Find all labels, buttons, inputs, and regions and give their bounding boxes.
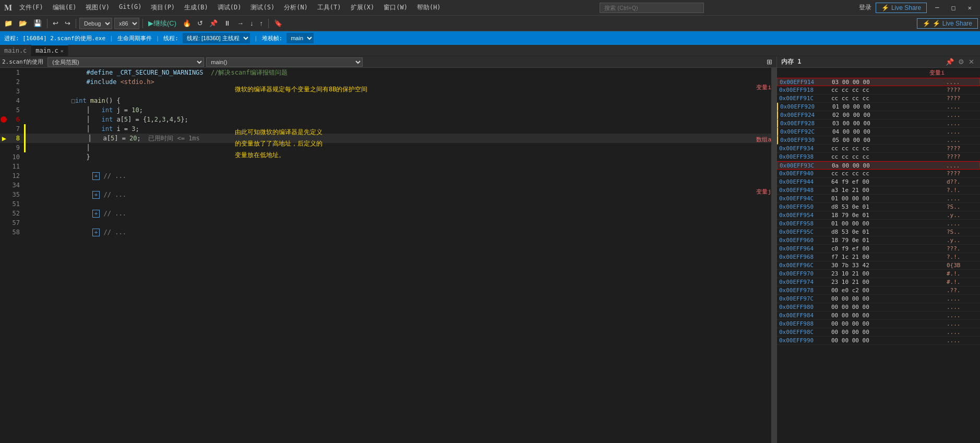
- memory-row-12: 0x00EFF944 64 f9 ef 00 d??.: [777, 178, 980, 186]
- tab-1-close[interactable]: ✕: [61, 48, 64, 54]
- ln-9: 9: [8, 144, 24, 151]
- memory-row-25: 0x00EFF978 00 e0 c2 00 .??.: [777, 286, 980, 295]
- gutter-7[interactable]: [0, 125, 8, 133]
- mem-bytes-17: 01 00 00 00: [831, 220, 947, 227]
- debug-config-dropdown[interactable]: Debug: [79, 18, 112, 29]
- menu-tools[interactable]: 工具(T): [313, 2, 345, 13]
- platform-dropdown[interactable]: x86: [114, 18, 139, 29]
- menu-view[interactable]: 视图(V): [81, 2, 114, 13]
- save-btn[interactable]: 💾: [31, 18, 44, 29]
- gutter-9[interactable]: [0, 143, 8, 152]
- collapsed-35[interactable]: +: [92, 191, 100, 199]
- step-out-btn[interactable]: ↑: [258, 18, 266, 29]
- open-btn[interactable]: 📂: [17, 18, 29, 29]
- gutter-34[interactable]: [0, 181, 8, 189]
- toolbar-right: ⚡ ⚡ Live Share: [917, 18, 978, 29]
- pause-btn[interactable]: ⏸: [222, 18, 233, 29]
- mem-bytes-5: 03 00 00 00: [832, 120, 947, 127]
- memory-panel-actions: 📌 ⚙ ✕: [944, 58, 976, 66]
- gutter-4[interactable]: [0, 97, 8, 105]
- collapsed-52[interactable]: +: [92, 210, 100, 218]
- ln-7: 7: [8, 125, 24, 133]
- maximize-button[interactable]: □: [948, 3, 960, 13]
- mem-addr-31: 0x00EFF990: [779, 337, 831, 344]
- ln-58: 58: [8, 229, 24, 236]
- memory-close-btn[interactable]: ✕: [967, 58, 976, 66]
- mem-chars-11: ????: [947, 170, 978, 177]
- gutter-12[interactable]: [0, 172, 8, 180]
- mem-chars-15: ?S..: [947, 203, 978, 210]
- global-search-input[interactable]: [600, 3, 704, 13]
- tab-0[interactable]: main.c: [0, 45, 31, 56]
- menu-test[interactable]: 测试(S): [246, 2, 279, 13]
- gutter-1[interactable]: [0, 68, 8, 77]
- thread-dropdown[interactable]: 线程: [18360] 主线程: [183, 33, 250, 43]
- menu-git[interactable]: Git(G): [115, 2, 146, 13]
- gutter-8[interactable]: ▶: [0, 134, 8, 142]
- menu-analyze[interactable]: 分析(N): [280, 2, 312, 13]
- menu-project[interactable]: 项目(P): [147, 2, 179, 13]
- gutter-51[interactable]: [0, 200, 8, 208]
- gutter-11[interactable]: [0, 162, 8, 171]
- menu-extensions[interactable]: 扩展(X): [346, 2, 379, 13]
- mem-chars-18: ?S..: [947, 229, 978, 235]
- mem-addr-6: 0x00EFF92C: [780, 128, 832, 135]
- breakpoint-6[interactable]: [1, 116, 7, 123]
- gutter-6[interactable]: [0, 115, 8, 124]
- mem-bytes-22: 30 7b 33 42: [831, 262, 947, 269]
- close-button[interactable]: ✕: [964, 3, 976, 13]
- code-line-52: 52 + // ...: [0, 209, 771, 218]
- toolbar-sep-1: [47, 19, 47, 28]
- gutter-5[interactable]: [0, 106, 8, 114]
- mem-addr-20: 0x00EFF964: [779, 245, 831, 252]
- split-editor-btn[interactable]: ⊞: [764, 56, 774, 68]
- toolbar-live-share-btn[interactable]: ⚡ ⚡ Live Share: [917, 18, 978, 29]
- undo-btn[interactable]: ↩: [51, 18, 61, 29]
- collapsed-58[interactable]: +: [92, 229, 100, 236]
- mem-addr-27: 0x00EFF980: [779, 304, 831, 310]
- bookmark-btn[interactable]: 🔖: [272, 18, 284, 29]
- memory-table[interactable]: 0x00EFF914 03 00 00 00 .... 0x00EFF918 c…: [777, 78, 980, 443]
- gutter-3[interactable]: [0, 87, 8, 95]
- step-over-btn[interactable]: →: [235, 18, 246, 29]
- tab-1[interactable]: main.c ✕: [31, 45, 68, 56]
- mem-bytes-8: cc cc cc cc: [831, 145, 947, 152]
- mem-chars-14: ....: [947, 195, 978, 202]
- redo-btn[interactable]: ↪: [63, 18, 73, 29]
- memory-settings-btn[interactable]: ⚙: [957, 58, 966, 66]
- editor-scrollbar[interactable]: [771, 68, 776, 443]
- code-editor[interactable]: 1 #define _CRT_SECURE_NO_WARNINGS //解决sc…: [0, 68, 771, 443]
- stop-btn[interactable]: 🔥: [181, 18, 193, 29]
- menu-debug[interactable]: 调试(D): [213, 2, 246, 13]
- restart-btn[interactable]: ↺: [195, 18, 205, 29]
- collapsed-12[interactable]: +: [92, 172, 100, 180]
- menu-build[interactable]: 生成(B): [180, 2, 212, 13]
- mem-bytes-6: 04 00 00 00: [832, 128, 947, 135]
- code-line-2: 2 #include <stdio.h>: [0, 77, 771, 87]
- continue-btn[interactable]: ▶ 继续(C): [146, 18, 178, 29]
- var-i-label: 变量i: [929, 69, 945, 77]
- gutter-57[interactable]: [0, 219, 8, 227]
- minimize-button[interactable]: ─: [931, 3, 943, 13]
- menu-window[interactable]: 窗口(W): [379, 2, 412, 13]
- attach-btn[interactable]: 📌: [207, 18, 220, 29]
- func-dropdown[interactable]: main(): [206, 57, 363, 67]
- new-project-btn[interactable]: 📁: [2, 18, 15, 29]
- step-into-btn[interactable]: ↓: [248, 18, 256, 29]
- menu-edit[interactable]: 编辑(E): [49, 2, 81, 13]
- gutter-35[interactable]: [0, 190, 8, 199]
- menu-help[interactable]: 帮助(H): [413, 2, 445, 13]
- gutter-58[interactable]: [0, 228, 8, 236]
- gutter-2[interactable]: [0, 78, 8, 86]
- scope-dropdown[interactable]: (全局范围): [47, 57, 204, 67]
- login-label[interactable]: 登录: [859, 3, 871, 12]
- gutter-52[interactable]: [0, 209, 8, 218]
- mem-addr-18: 0x00EFF95C: [779, 229, 831, 235]
- memory-pin-btn[interactable]: 📌: [944, 58, 955, 66]
- menu-file[interactable]: 文件(F): [15, 2, 47, 13]
- toolbar-live-share-text: ⚡ Live Share: [933, 20, 972, 27]
- live-share-button[interactable]: ⚡ Live Share: [876, 3, 927, 13]
- ln-12: 12: [8, 172, 24, 179]
- stack-dropdown[interactable]: main: [286, 33, 314, 43]
- gutter-10[interactable]: [0, 153, 8, 161]
